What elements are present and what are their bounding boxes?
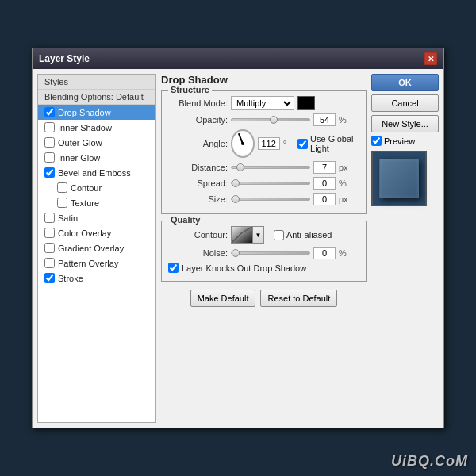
anti-aliased-label[interactable]: Anti-aliased <box>274 230 332 240</box>
stroke-label: Stroke <box>58 274 83 283</box>
blend-mode-select[interactable]: Multiply Normal Screen <box>231 96 294 110</box>
blend-mode-label: Blend Mode: <box>168 98 228 108</box>
inner-glow-checkbox[interactable] <box>44 152 55 163</box>
gradient-overlay-checkbox[interactable] <box>44 243 55 253</box>
main-panel: Drop Shadow Structure Blend Mode: Multip… <box>161 74 367 423</box>
angle-dot <box>241 142 244 145</box>
satin-label: Satin <box>58 213 78 223</box>
noise-slider[interactable] <box>231 251 310 255</box>
contour-dropdown-button[interactable]: ▼ <box>253 226 264 244</box>
angle-unit: ° <box>283 139 294 148</box>
inner-shadow-checkbox[interactable] <box>44 122 55 132</box>
spread-input[interactable] <box>313 177 336 190</box>
pattern-overlay-label: Pattern Overlay <box>58 259 118 268</box>
contour-preview[interactable] <box>231 226 253 244</box>
ok-button[interactable]: OK <box>371 74 439 91</box>
left-panel: Styles Blending Options: Default Drop Sh… <box>37 74 156 423</box>
pattern-overlay-checkbox[interactable] <box>44 258 55 268</box>
sidebar-item-bevel-emboss[interactable]: Bevel and Emboss <box>38 165 155 180</box>
new-style-button[interactable]: New Style... <box>371 115 439 132</box>
size-unit: px <box>339 194 353 204</box>
texture-checkbox[interactable] <box>57 198 67 208</box>
sidebar-item-contour[interactable]: Contour <box>38 180 155 195</box>
contour-checkbox[interactable] <box>57 182 67 193</box>
sidebar-item-inner-shadow[interactable]: Inner Shadow <box>38 120 155 135</box>
distance-label: Distance: <box>168 163 228 172</box>
color-overlay-checkbox[interactable] <box>44 228 55 238</box>
structure-label: Structure <box>168 85 212 94</box>
noise-label: Noise: <box>168 248 228 258</box>
bevel-emboss-checkbox[interactable] <box>44 167 55 178</box>
distance-row: Distance: px <box>168 161 359 174</box>
sidebar-item-drop-shadow[interactable]: Drop Shadow <box>38 105 155 120</box>
close-button[interactable]: ✕ <box>424 52 437 65</box>
sidebar-item-texture[interactable]: Texture <box>38 195 155 210</box>
layer-knocks-checkbox[interactable] <box>168 263 178 273</box>
outer-glow-checkbox[interactable] <box>44 137 55 148</box>
reset-default-button[interactable]: Reset to Default <box>260 290 337 307</box>
anti-aliased-checkbox[interactable] <box>274 230 284 240</box>
preview-label[interactable]: Preview <box>371 136 439 146</box>
stroke-checkbox[interactable] <box>44 273 55 283</box>
sidebar-item-pattern-overlay[interactable]: Pattern Overlay <box>38 255 155 271</box>
satin-checkbox[interactable] <box>44 213 55 223</box>
bottom-buttons: Make Default Reset to Default <box>161 290 367 307</box>
watermark: UiBQ.CoM <box>391 453 468 470</box>
preview-inner <box>379 159 419 198</box>
angle-dial[interactable] <box>231 129 255 158</box>
contour-row-label: Contour: <box>168 230 228 240</box>
dialog-title: Layer Style <box>39 53 90 64</box>
opacity-slider[interactable] <box>231 118 310 121</box>
sidebar-item-gradient-overlay[interactable]: Gradient Overlay <box>38 240 155 255</box>
size-label: Size: <box>168 194 228 204</box>
drop-shadow-label: Drop Shadow <box>58 108 111 117</box>
opacity-label: Opacity: <box>168 115 228 125</box>
quality-group: Quality Contour: <box>161 221 367 282</box>
spread-slider[interactable] <box>231 182 310 185</box>
sidebar-item-inner-glow[interactable]: Inner Glow <box>38 150 155 165</box>
contour-control: ▼ <box>231 226 264 244</box>
distance-unit: px <box>339 163 353 172</box>
dialog-body: Styles Blending Options: Default Drop Sh… <box>33 69 443 428</box>
spread-label: Spread: <box>168 178 228 188</box>
sidebar-item-blending-options[interactable]: Blending Options: Default <box>38 90 155 105</box>
angle-input[interactable] <box>258 137 280 150</box>
layer-style-dialog: Layer Style ✕ Styles Blending Options: D… <box>32 48 444 428</box>
sidebar-item-styles[interactable]: Styles <box>38 75 155 90</box>
texture-label: Texture <box>71 198 99 208</box>
bevel-emboss-label: Bevel and Emboss <box>58 168 131 178</box>
sidebar-item-color-overlay[interactable]: Color Overlay <box>38 225 155 240</box>
inner-shadow-label: Inner Shadow <box>58 123 112 132</box>
spread-row: Spread: % <box>168 177 359 190</box>
size-input[interactable] <box>313 193 336 205</box>
distance-input[interactable] <box>313 161 336 174</box>
opacity-unit: % <box>339 115 353 125</box>
use-global-light-label[interactable]: Use Global Light <box>298 134 359 153</box>
make-default-button[interactable]: Make Default <box>190 290 256 307</box>
distance-slider[interactable] <box>231 166 310 169</box>
preview-box <box>371 151 427 206</box>
angle-row: Angle: ° Use Global Light <box>168 129 359 158</box>
sidebar-item-satin[interactable]: Satin <box>38 210 155 225</box>
size-slider[interactable] <box>231 198 310 201</box>
title-bar: Layer Style ✕ <box>33 48 443 69</box>
color-overlay-label: Color Overlay <box>58 228 111 238</box>
opacity-input[interactable] <box>313 113 336 126</box>
drop-shadow-checkbox[interactable] <box>44 107 55 117</box>
quality-label: Quality <box>168 215 202 225</box>
layer-knocks-label[interactable]: Layer Knocks Out Drop Shadow <box>168 263 359 273</box>
blend-mode-row: Blend Mode: Multiply Normal Screen <box>168 96 359 110</box>
cancel-button[interactable]: Cancel <box>371 94 439 112</box>
noise-unit: % <box>339 248 353 258</box>
sidebar-item-outer-glow[interactable]: Outer Glow <box>38 135 155 150</box>
spread-unit: % <box>339 178 353 188</box>
noise-input[interactable] <box>313 247 336 259</box>
shadow-color-swatch[interactable] <box>298 96 315 110</box>
noise-row: Noise: % <box>168 247 359 259</box>
use-global-light-checkbox[interactable] <box>298 139 308 149</box>
sidebar-item-stroke[interactable]: Stroke <box>38 271 155 286</box>
preview-checkbox[interactable] <box>371 136 382 146</box>
contour-label: Contour <box>71 183 102 193</box>
angle-label: Angle: <box>168 139 228 148</box>
contour-row: Contour: <box>168 226 359 244</box>
